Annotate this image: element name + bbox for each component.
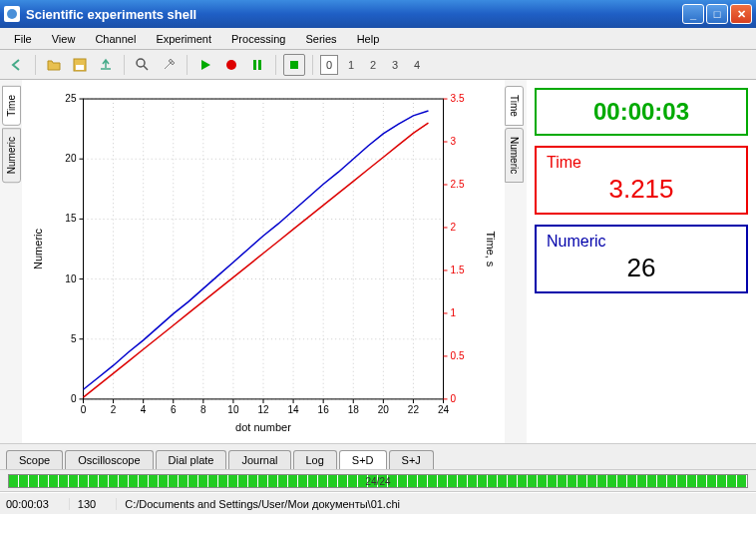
progress-text: 24/24 xyxy=(365,475,390,486)
svg-text:2: 2 xyxy=(111,404,117,415)
svg-text:10: 10 xyxy=(65,273,77,284)
tab-log[interactable]: Log xyxy=(293,450,337,469)
svg-text:0.5: 0.5 xyxy=(451,350,465,361)
svg-text:3: 3 xyxy=(451,136,457,147)
channel-1-button[interactable]: 1 xyxy=(342,55,360,75)
svg-text:14: 14 xyxy=(288,404,300,415)
status-time: 00:00:03 xyxy=(6,498,70,510)
svg-text:6: 6 xyxy=(171,404,177,415)
svg-text:20: 20 xyxy=(65,153,77,164)
svg-text:10: 10 xyxy=(227,404,239,415)
svg-text:12: 12 xyxy=(257,404,269,415)
svg-point-3 xyxy=(137,59,145,67)
tab-scope[interactable]: Scope xyxy=(6,450,63,469)
menu-series[interactable]: Series xyxy=(295,30,346,48)
window-titlebar: Scientific experiments shell _ □ ✕ xyxy=(0,0,756,28)
left-tab-numeric[interactable]: Numeric xyxy=(2,128,21,183)
stop-icon[interactable] xyxy=(283,54,305,76)
menu-experiment[interactable]: Experiment xyxy=(146,30,221,48)
svg-rect-7 xyxy=(290,61,298,69)
export-icon[interactable] xyxy=(95,54,117,76)
record-icon[interactable] xyxy=(220,54,242,76)
progress-bar: 24/24 xyxy=(8,474,748,488)
progress-row: 24/24 xyxy=(0,470,756,492)
svg-text:15: 15 xyxy=(65,213,77,224)
back-icon[interactable] xyxy=(6,54,28,76)
tab-dial-plate[interactable]: Dial plate xyxy=(156,450,227,469)
svg-text:22: 22 xyxy=(408,404,420,415)
tool-icon[interactable] xyxy=(158,54,180,76)
channel-2-button[interactable]: 2 xyxy=(364,55,382,75)
maximize-button[interactable]: □ xyxy=(706,4,728,24)
elapsed-panel: 00:00:03 xyxy=(535,88,748,136)
svg-text:Numeric: Numeric xyxy=(32,228,44,268)
status-count: 130 xyxy=(78,498,117,510)
numeric-panel-label: Numeric xyxy=(547,233,736,251)
svg-text:3.5: 3.5 xyxy=(451,93,465,104)
numeric-panel: Numeric 26 xyxy=(535,225,748,293)
open-icon[interactable] xyxy=(43,54,65,76)
zoom-icon[interactable] xyxy=(132,54,154,76)
main-area: Time Numeric 024681012141618202224051015… xyxy=(0,80,756,444)
readout-panels: 00:00:03 Time 3.215 Numeric 26 xyxy=(527,80,756,443)
tab-oscilloscope[interactable]: Oscilloscope xyxy=(65,450,153,469)
menu-view[interactable]: View xyxy=(42,30,86,48)
svg-text:16: 16 xyxy=(318,404,330,415)
close-button[interactable]: ✕ xyxy=(730,4,752,24)
svg-text:0: 0 xyxy=(71,393,77,404)
play-icon[interactable] xyxy=(194,54,216,76)
channel-0-button[interactable]: 0 xyxy=(320,55,338,75)
right-side-tabs: Time Numeric xyxy=(505,80,527,443)
menu-file[interactable]: File xyxy=(4,30,42,48)
svg-text:2: 2 xyxy=(451,222,457,233)
window-title: Scientific experiments shell xyxy=(26,7,682,22)
pause-icon[interactable] xyxy=(246,54,268,76)
svg-text:20: 20 xyxy=(378,404,390,415)
channel-4-button[interactable]: 4 xyxy=(408,55,426,75)
svg-text:0: 0 xyxy=(451,393,457,404)
channel-3-button[interactable]: 3 xyxy=(386,55,404,75)
tab-sj[interactable]: S+J xyxy=(389,450,434,469)
svg-text:1: 1 xyxy=(451,307,457,318)
elapsed-value: 00:00:03 xyxy=(547,96,736,128)
svg-text:1.5: 1.5 xyxy=(451,265,465,275)
toolbar: 0 1 2 3 4 xyxy=(0,50,756,80)
menu-bar: File View Channel Experiment Processing … xyxy=(0,28,756,50)
bottom-tabs: Scope Oscilloscope Dial plate Journal Lo… xyxy=(0,444,756,470)
save-icon[interactable] xyxy=(69,54,91,76)
left-side-tabs: Time Numeric xyxy=(0,80,22,443)
menu-help[interactable]: Help xyxy=(347,30,390,48)
left-tab-time[interactable]: Time xyxy=(2,86,21,126)
time-panel-label: Time xyxy=(547,154,736,172)
time-panel: Time 3.215 xyxy=(535,146,748,215)
minimize-button[interactable]: _ xyxy=(682,4,704,24)
right-tab-time[interactable]: Time xyxy=(505,86,524,126)
app-icon xyxy=(4,6,20,22)
svg-text:dot number: dot number xyxy=(235,421,291,433)
svg-rect-5 xyxy=(253,60,256,70)
svg-text:18: 18 xyxy=(348,404,360,415)
right-tab-numeric[interactable]: Numeric xyxy=(505,128,524,183)
svg-rect-2 xyxy=(76,65,84,70)
chart-area: 024681012141618202224051015202500.511.52… xyxy=(22,80,505,443)
svg-point-4 xyxy=(226,60,236,70)
svg-point-0 xyxy=(7,9,17,19)
svg-rect-6 xyxy=(258,60,261,70)
numeric-panel-value: 26 xyxy=(547,251,736,285)
menu-channel[interactable]: Channel xyxy=(85,30,146,48)
svg-text:5: 5 xyxy=(71,333,77,344)
svg-text:8: 8 xyxy=(200,404,206,415)
tab-sd[interactable]: S+D xyxy=(339,450,387,469)
status-path: C:/Documents and Settings/User/Мои докум… xyxy=(125,498,742,510)
svg-text:2.5: 2.5 xyxy=(451,179,465,190)
tab-journal[interactable]: Journal xyxy=(228,450,290,469)
menu-processing[interactable]: Processing xyxy=(221,30,295,48)
time-panel-value: 3.215 xyxy=(547,172,736,207)
svg-text:4: 4 xyxy=(141,404,147,415)
svg-text:24: 24 xyxy=(438,404,450,415)
svg-text:0: 0 xyxy=(81,404,87,415)
svg-text:25: 25 xyxy=(65,93,77,104)
svg-text:Time, s: Time, s xyxy=(485,232,497,267)
chart-plot: 024681012141618202224051015202500.511.52… xyxy=(26,84,501,439)
status-bar: 00:00:03 130 C:/Documents and Settings/U… xyxy=(0,492,756,514)
